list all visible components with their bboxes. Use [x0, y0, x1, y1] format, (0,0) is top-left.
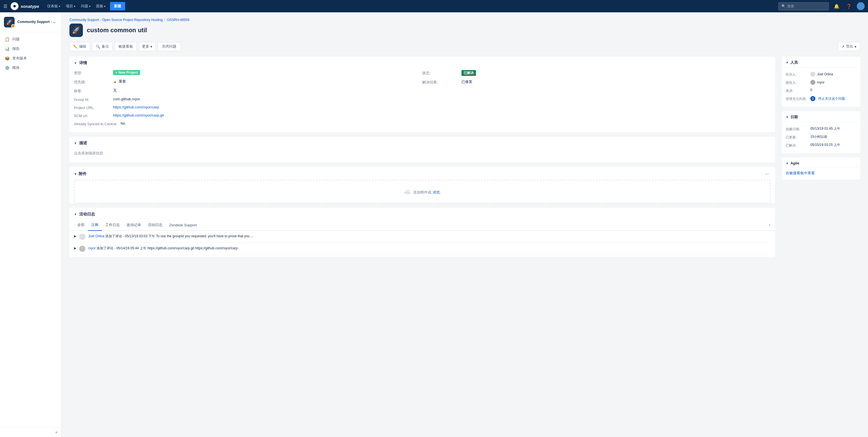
chevron-down-icon: ▾	[59, 5, 60, 8]
assignee-label: 经办人:	[786, 72, 808, 77]
agile-button[interactable]: 敏捷看板	[115, 42, 137, 51]
group-id-label: Group Id:	[74, 97, 113, 102]
activity-item[interactable]: ▶ Joel Orlina 添加了评论 - 05/13/19 03:03 下午 …	[74, 231, 771, 243]
user-avatar[interactable]	[857, 2, 865, 10]
assignee-field: 经办人: Joel Orlina	[786, 70, 856, 79]
new-button[interactable]: 新建	[110, 2, 125, 10]
resolution-field: 解决结果: 已修复	[422, 78, 771, 87]
side-column: ▼ 人员 经办人: Joel Orlina 报告人:	[782, 57, 860, 262]
hamburger-menu[interactable]: ☰	[3, 4, 7, 9]
stop-watching-link[interactable]: 停止关注这个问题	[818, 96, 845, 101]
releases-icon: 📦	[4, 56, 9, 60]
people-section-header[interactable]: ▼ 人员	[782, 57, 860, 67]
nav-panels[interactable]: 面板 ▾	[94, 2, 108, 10]
tab-comments[interactable]: 注释	[88, 220, 102, 231]
synced-field: Already Synced to Central: No	[74, 120, 422, 128]
details-fields: 类型: + New Project 优先级:	[74, 68, 771, 128]
watch-count-badge: 3	[810, 96, 815, 101]
agile-view-link[interactable]: 在敏捷看板中查看	[786, 171, 856, 176]
edit-icon: ✏️	[73, 45, 78, 49]
tab-all[interactable]: 全部	[74, 220, 88, 231]
issues-icon: 📋	[4, 37, 9, 41]
attachment-more-button[interactable]: ···	[764, 171, 771, 177]
export-button[interactable]: ↗ 导出 ▾	[838, 42, 860, 51]
collapse-icon: «	[56, 430, 57, 434]
chevron-icon: ▼	[74, 61, 77, 65]
notifications-icon[interactable]: 🔔	[832, 2, 841, 10]
tags-field: 标签: 无	[74, 86, 422, 95]
sort-button[interactable]: ↑	[769, 221, 771, 229]
modules-icon: ⚙️	[4, 65, 9, 70]
tab-activity[interactable]: 活动日志	[145, 220, 166, 231]
assignee-avatar	[810, 72, 815, 77]
votes-field: 表决: 0	[786, 87, 856, 95]
chevron-down-icon: ▾	[89, 5, 90, 8]
sidebar-item-releases[interactable]: 📦 发布版本	[0, 54, 61, 63]
nav-dashboard[interactable]: 仪表板 ▾	[45, 2, 62, 10]
description-section-header[interactable]: ▼ 描述	[69, 137, 775, 148]
logo: sonatype	[11, 2, 39, 10]
reporter-value: rxyor	[810, 80, 856, 85]
project-url-link[interactable]: https://github.com/rxyor/carp	[113, 105, 159, 109]
status-value: 已解决	[461, 70, 771, 76]
dates-section-title: 日期	[790, 115, 798, 120]
updated-date-field: 已更新: 15小时以前	[786, 133, 856, 141]
details-section-header[interactable]: ▼ 详情	[69, 57, 775, 68]
edit-button[interactable]: ✏️ 编辑	[69, 42, 90, 51]
group-id-field: Group Id: com.github.rxyor	[74, 95, 422, 104]
breadcrumb-issue-link[interactable]: OSSRH-48559	[167, 18, 189, 22]
chevron-icon: ▼	[74, 142, 77, 145]
type-badge: + New Project	[113, 70, 140, 75]
created-date-label: 创建日期:	[786, 126, 808, 132]
sidebar: 🚀 Community Support - ... 📋 问题 📊 报告 📦 发布…	[0, 12, 62, 437]
sidebar-item-modules[interactable]: ⚙️ 模块	[0, 63, 61, 72]
breadcrumb-project-link[interactable]: Community Support - Open Source Project …	[69, 18, 163, 22]
close-issue-button[interactable]: 关闭问题	[158, 42, 181, 51]
page-title: custom common util	[87, 27, 147, 34]
sidebar-item-reports[interactable]: 📊 报告	[0, 44, 61, 54]
nav-projects[interactable]: 项目 ▾	[64, 2, 78, 10]
comment-button[interactable]: 🔍 备注	[92, 42, 113, 51]
dates-section-header[interactable]: ▼ 日期	[782, 111, 860, 122]
search-box[interactable]: 🔍 搜索	[778, 2, 829, 10]
svg-point-1	[13, 5, 16, 7]
activity-list: ▶ Joel Orlina 添加了评论 - 05/13/19 03:03 下午 …	[69, 231, 775, 257]
reporter-field: 报告人: rxyor	[786, 79, 856, 87]
attachment-browse-link[interactable]: 浏览.	[433, 190, 441, 195]
sidebar-collapse-button[interactable]: «	[0, 427, 61, 437]
activity-section-header[interactable]: ▼ 活动日志	[69, 208, 775, 220]
tab-zendesk[interactable]: Zendesk Support	[166, 220, 200, 231]
tab-changes[interactable]: 改动记录	[123, 220, 145, 231]
resolved-date-field: 已解决: 05/15/19 03:25 上午	[786, 141, 856, 149]
chevron-down-icon: ▾	[855, 45, 857, 49]
votes-value: 0	[810, 88, 856, 92]
group-id-value: com.github.rxyor	[113, 97, 422, 101]
people-section-title: 人员	[790, 60, 798, 65]
page-header: 🚀 custom common util	[69, 24, 860, 37]
sidebar-item-issues[interactable]: 📋 问题	[0, 34, 61, 44]
reporter-avatar	[810, 80, 815, 85]
synced-label: Already Synced to Central:	[74, 121, 121, 126]
assignee-name: Joel Orlina	[817, 72, 833, 76]
expand-icon: ▶	[74, 246, 76, 250]
attachment-section-title: 附件	[79, 171, 764, 176]
agile-section-header[interactable]: ▼ Agile	[782, 158, 860, 168]
attachment-drop-zone[interactable]: ☁️ 添加附件或 浏览.	[74, 180, 771, 203]
chevron-icon: ▼	[74, 172, 77, 176]
main-column: ▼ 详情 类型: +	[69, 57, 775, 262]
expand-icon: ▶	[74, 234, 76, 238]
user-avatar	[79, 246, 85, 252]
details-section: ▼ 详情 类型: +	[69, 57, 775, 132]
scm-url-link[interactable]: https://github.com/rxyor/carp.git	[113, 113, 164, 117]
help-icon[interactable]: ❓	[844, 2, 854, 10]
description-placeholder[interactable]: 点击添加描述信息	[74, 148, 771, 158]
logo-icon	[11, 2, 19, 10]
more-button[interactable]: 更多 ▾	[139, 42, 155, 51]
resolution-value: 已修复	[461, 79, 771, 84]
nav-issues[interactable]: 问题 ▾	[79, 2, 93, 10]
chevron-icon: ▼	[786, 162, 789, 165]
tab-worklog[interactable]: 工作日志	[102, 220, 123, 231]
resolution-label: 解决结果:	[422, 79, 461, 85]
sidebar-item-label: 问题	[12, 37, 20, 42]
activity-item[interactable]: ▶ rxyor 添加了评论 - 05/14/19 05:44 上午 https:…	[74, 243, 771, 255]
